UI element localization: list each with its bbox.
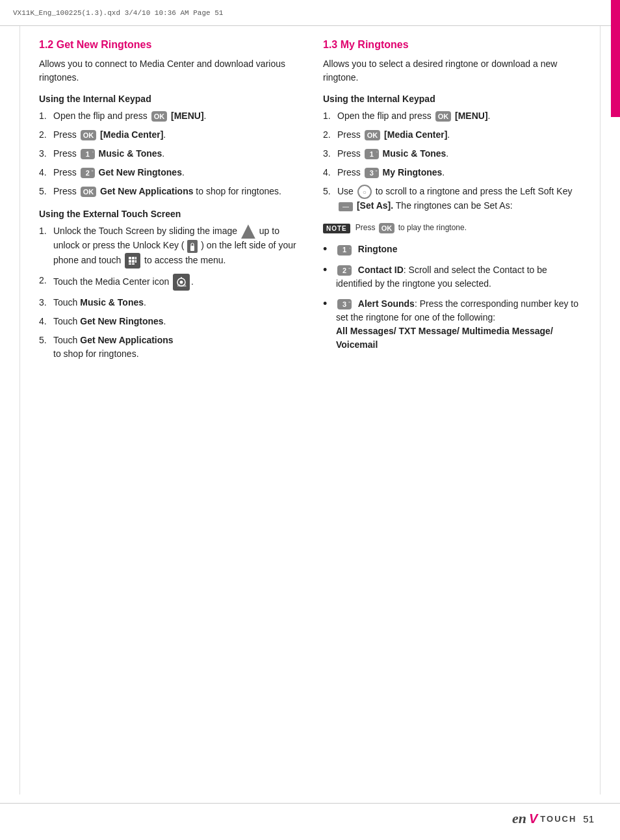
left-step-1: 1. Open the flip and press OK [MENU]. — [39, 109, 297, 123]
left-column: 1.2 Get New Ringtones Allows you to conn… — [39, 39, 297, 788]
ok-button-icon: OK — [151, 111, 168, 122]
footer-touch: TOUCH — [540, 814, 576, 824]
ok-button-icon: OK — [81, 187, 97, 197]
soft-key-icon: — — [339, 202, 353, 211]
num1-btn: 1' — [81, 149, 95, 159]
left-external-steps: 1. Unlock the Touch Screen by sliding th… — [39, 224, 297, 361]
svg-rect-2 — [132, 257, 135, 259]
page-footer: en V TOUCH 51 — [0, 803, 620, 827]
left-section-title: 1.2 Get New Ringtones — [39, 39, 297, 51]
right-step-3: 3. Press 1' Music & Tones. — [323, 147, 581, 161]
note-box: NOTE Press OK to play the ringtone. — [323, 223, 581, 233]
bullet-item-3: • 3" Alert Sounds: Press the correspondi… — [323, 297, 581, 352]
left-internal-steps: 1. Open the flip and press OK [MENU]. 2.… — [39, 109, 297, 198]
right-step-2: 2. Press OK [Media Center]. — [323, 128, 581, 142]
svg-rect-0 — [190, 246, 194, 251]
ok-btn-note: OK — [379, 223, 395, 233]
footer-v: V — [529, 811, 537, 826]
right-internal-keypad-heading: Using the Internal Keypad — [323, 94, 581, 104]
svg-rect-7 — [129, 263, 131, 265]
svg-rect-1 — [129, 257, 131, 259]
left-margin — [19, 26, 20, 794]
right-section-desc: Allows you to select a desired ringtone … — [323, 57, 581, 85]
right-section-title: 1.3 My Ringtones — [323, 39, 581, 51]
right-internal-steps: 1. Open the flip and press OK [MENU]. 2.… — [323, 109, 581, 213]
note-text: Press OK to play the ringtone. — [355, 223, 467, 233]
right-step-1: 1. Open the flip and press OK [MENU]. — [323, 109, 581, 123]
left-ext-step-4: 4. Touch Get New Ringtones. — [39, 315, 297, 328]
unlock-key-icon — [187, 240, 198, 253]
bullet-item-2: • 2" Contact ID: Scroll and select the C… — [323, 263, 581, 291]
ok-btn-r1: OK — [435, 111, 452, 122]
footer-logo: en V TOUCH — [512, 810, 576, 827]
bullet-item-1: • 1' Ringtone — [323, 243, 581, 257]
right-step-4: 4. Press 3" My Ringtones. — [323, 166, 581, 179]
grid-icon — [125, 253, 140, 269]
num2-btn: 2" — [81, 168, 95, 178]
ok-button-icon: OK — [81, 130, 97, 140]
num3-bullet: 3" — [337, 299, 352, 309]
right-step-5: 5. Use ○ to scroll to a ringtone and pre… — [323, 185, 581, 213]
svg-rect-6 — [135, 260, 136, 263]
num1-bullet: 1' — [337, 245, 352, 256]
media-center-icon: Media — [173, 274, 190, 291]
left-step-3: 3. Press 1' Music & Tones. — [39, 147, 297, 161]
left-step-4: 4. Press 2" Get New Ringtones. — [39, 166, 297, 179]
page-number: 51 — [583, 813, 594, 824]
left-ext-step-1: 1. Unlock the Touch Screen by sliding th… — [39, 224, 297, 269]
left-external-touch-heading: Using the External Touch Screen — [39, 209, 297, 219]
num1-btn-r: 1' — [365, 149, 379, 159]
right-margin — [600, 26, 601, 794]
ok-btn-r2: OK — [365, 130, 381, 140]
svg-rect-8 — [132, 263, 135, 265]
svg-rect-3 — [135, 257, 136, 259]
left-step-2: 2. Press OK [Media Center]. — [39, 128, 297, 142]
num2-bullet: 2" — [337, 265, 352, 276]
up-arrow-icon — [241, 224, 255, 239]
svg-text:Media: Media — [177, 283, 187, 287]
right-column: 1.3 My Ringtones Allows you to select a … — [323, 39, 581, 788]
left-ext-step-5: 5. Touch Get New Applicationsto shop for… — [39, 334, 297, 361]
note-label: NOTE — [323, 224, 350, 233]
scroll-icon: ○ — [357, 185, 372, 199]
left-ext-step-3: 3. Touch Music & Tones. — [39, 296, 297, 309]
content-area: 1.2 Get New Ringtones Allows you to conn… — [39, 39, 581, 788]
page-header: VX11K_Eng_100225(1.3).qxd 3/4/10 10:36 A… — [0, 0, 620, 26]
left-ext-step-2: 2. Touch the Media Center icon Media . — [39, 274, 297, 291]
num3-btn-r: 3" — [365, 168, 379, 178]
header-text: VX11K_Eng_100225(1.3).qxd 3/4/10 10:36 A… — [13, 9, 223, 17]
svg-rect-5 — [132, 260, 135, 263]
pink-accent-bar — [611, 0, 620, 117]
bullet-list: • 1' Ringtone • 2" Contact ID: Scroll an… — [323, 243, 581, 352]
footer-en: en — [512, 810, 526, 827]
left-internal-keypad-heading: Using the Internal Keypad — [39, 94, 297, 104]
left-section-desc: Allows you to connect to Media Center an… — [39, 57, 297, 85]
svg-rect-4 — [129, 260, 131, 263]
left-step-5: 5. Press OK Get New Applications to shop… — [39, 185, 297, 198]
